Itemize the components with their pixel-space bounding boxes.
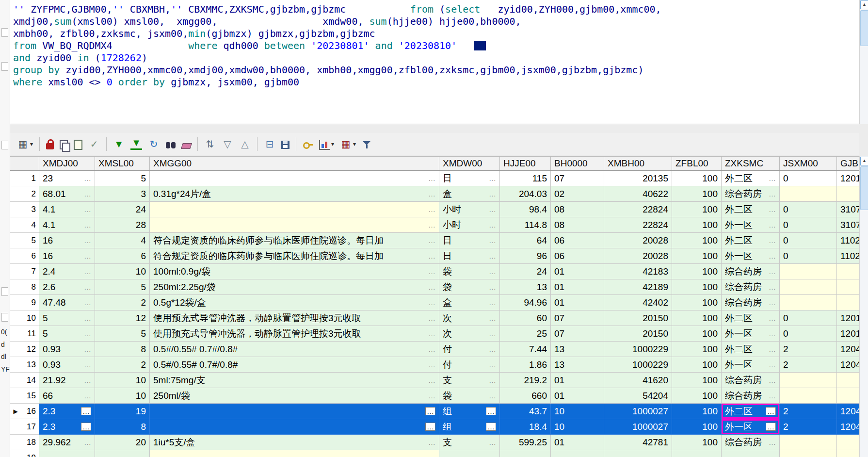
cell-bh0000[interactable]: 01	[551, 435, 604, 450]
row-header[interactable]: 1	[10, 171, 39, 186]
cell-xmdw00[interactable]: 日…	[439, 171, 500, 186]
cell-zfbl00[interactable]: 100	[672, 357, 722, 373]
cell-xmgg00[interactable]: 使用预充式导管冲洗器，动静脉置管护理按3元收取…	[150, 310, 439, 326]
cell-zfbl00[interactable]: 100	[672, 186, 722, 202]
cell-jsxm00[interactable]	[780, 435, 837, 450]
cell-hjje00[interactable]: 24	[500, 264, 551, 279]
cell-bh0000[interactable]: 02	[551, 186, 604, 202]
cell-xmdj00[interactable]: 66…	[39, 388, 95, 404]
cell-editor-button[interactable]: …	[769, 330, 776, 337]
cell-gjbm00[interactable]	[837, 388, 859, 404]
table-row[interactable]: 172.3…8…组…18.4101000027100外一区…21204	[10, 419, 859, 435]
table-row[interactable]: 72.4…10100ml:0.9g/袋…袋…240142183100综合药房…	[10, 264, 859, 279]
cell-xmgg00[interactable]: 5ml:75mg/支…	[150, 373, 439, 388]
cell-bh0000[interactable]: 07	[551, 171, 604, 186]
cell-jsxm00[interactable]: 2	[780, 419, 837, 435]
cell-zfbl00[interactable]: 100	[672, 310, 722, 326]
cell-bh0000[interactable]: 13	[551, 357, 604, 373]
cell-zfbl00[interactable]: 100	[672, 248, 722, 264]
cell-hjje00[interactable]: 1.86	[500, 357, 551, 373]
cell-xmbh00[interactable]: 1000027	[604, 404, 672, 419]
row-header[interactable]: 18	[10, 435, 39, 450]
cell-editor-button[interactable]: …	[769, 268, 776, 275]
cell-zxksmc[interactable]: 综合药房…	[722, 279, 780, 295]
cell-editor-button[interactable]: …	[428, 190, 435, 197]
cell-editor-button[interactable]: …	[769, 283, 776, 291]
cell-editor-button[interactable]: …	[769, 221, 776, 228]
cell-zfbl00[interactable]: 100	[672, 217, 722, 233]
cell-zfbl00[interactable]: 100	[672, 435, 722, 450]
cell-xmbh00[interactable]: 42189	[604, 279, 672, 295]
cell-xmgg00[interactable]: …	[150, 202, 439, 217]
cell-hjje00[interactable]: 18.4	[500, 419, 551, 435]
cell-editor-button[interactable]: …	[84, 439, 91, 446]
cell-editor-button[interactable]: …	[769, 206, 776, 213]
cell-editor-button[interactable]: …	[84, 330, 91, 337]
cell-editor-button[interactable]: …	[428, 314, 435, 322]
column-header-xmdw00[interactable]: XMDW00	[439, 157, 500, 170]
cell-jsxm00[interactable]: 0	[780, 310, 837, 326]
cell-hjje00[interactable]: 660	[500, 388, 551, 404]
cell-editor-button[interactable]: …	[428, 283, 435, 291]
cell-jsxm00[interactable]	[780, 295, 837, 310]
cell-editor-button[interactable]: …	[428, 361, 435, 368]
cell-bh0000[interactable]: 06	[551, 233, 604, 248]
cell-xmdj00[interactable]: 2.3…	[39, 419, 95, 435]
cell-xmdw00[interactable]: 袋…	[439, 264, 500, 279]
cell-xmdw00[interactable]: 组…	[439, 404, 500, 419]
clear-button[interactable]	[179, 136, 193, 152]
cell-xmbh00[interactable]: 40622	[604, 186, 672, 202]
cell-xmdj00[interactable]: 0.93…	[39, 342, 95, 357]
cell-xmdj00[interactable]: 2.3…	[39, 404, 95, 419]
cell-zfbl00[interactable]: 100	[672, 295, 722, 310]
cell-editor-button[interactable]: …	[489, 237, 496, 244]
cell-editor-button[interactable]: …	[425, 423, 435, 431]
cell-editor-button[interactable]: …	[769, 190, 776, 197]
table-row[interactable]: 105…12使用预充式导管冲洗器，动静脉置管护理按3元收取…次…60072015…	[10, 310, 859, 326]
cell-xmgg00[interactable]: 使用预充式导管冲洗器，动静脉置管护理按3元收取…	[150, 326, 439, 342]
cell-hjje00[interactable]: 219.2	[500, 373, 551, 388]
cell-xmdj00[interactable]: …	[39, 450, 95, 457]
table-row[interactable]: 34.1…24…小时…98.40822824100外二区…03107	[10, 202, 859, 217]
cell-editor-button[interactable]: …	[84, 283, 91, 291]
cell-editor-button[interactable]: …	[428, 376, 435, 384]
cell-bh0000[interactable]: 07	[551, 326, 604, 342]
table-row[interactable]: 44.1…28…小时…114.80822824100外一区…03107	[10, 217, 859, 233]
cell-bh0000[interactable]: 01	[551, 295, 604, 310]
cell-editor-button[interactable]: …	[428, 454, 435, 457]
sort-button[interactable]: ⇅	[202, 136, 218, 152]
scrollbar-thumb[interactable]	[860, 10, 868, 46]
cell-hjje00[interactable]: 7.44	[500, 342, 551, 357]
cell-editor-button[interactable]: …	[766, 423, 776, 431]
cell-jsxm00[interactable]: 2	[780, 357, 837, 373]
cell-editor-button[interactable]: …	[489, 314, 496, 322]
sql-editor[interactable]: '' ZYFPMC,GJBM00,'' CBXMBH,'' CBXMMC,ZXK…	[10, 0, 859, 124]
cell-zfbl00[interactable]: 100	[672, 171, 722, 186]
cell-jsxm00[interactable]: 2	[780, 342, 837, 357]
lock-button[interactable]	[44, 136, 56, 152]
cell-xmsl00[interactable]: 8	[95, 342, 150, 357]
cell-editor-button[interactable]: …	[84, 376, 91, 384]
cell-editor-button[interactable]: …	[428, 439, 435, 446]
cell-xmgg00[interactable]: …	[150, 171, 439, 186]
row-header[interactable]: 7	[10, 264, 39, 279]
cell-xmsl00[interactable]: 8	[95, 419, 150, 435]
cell-zxksmc[interactable]: 综合药房…	[722, 186, 780, 202]
cell-zxksmc[interactable]: 外二区…	[722, 404, 780, 419]
row-header[interactable]: 19	[10, 450, 39, 457]
cell-editor-button[interactable]: …	[84, 268, 91, 275]
table-row[interactable]: 1829.962…201iu*5支/盒…支…599.250142781100综合…	[10, 435, 859, 450]
cell-xmdw00[interactable]: 盒…	[439, 186, 500, 202]
cell-jsxm00[interactable]: 0	[780, 171, 837, 186]
cell-zfbl00[interactable]: 100	[672, 373, 722, 388]
cell-xmdj00[interactable]: 21.92…	[39, 373, 95, 388]
cell-jsxm00[interactable]: 0	[780, 233, 837, 248]
column-header-xmbh00[interactable]: XMBH00	[604, 157, 672, 170]
cell-zxksmc[interactable]: 外二区…	[722, 171, 780, 186]
cell-xmsl00[interactable]: 5	[95, 279, 150, 295]
table-row[interactable]: 82.6…5250ml:2.25g/袋…袋…130142189100综合药房…	[10, 279, 859, 295]
filter-button[interactable]	[359, 136, 374, 152]
table-row[interactable]: 130.93…20.5#/0.55# 0.7#/0.8#…付…1.8613100…	[10, 357, 859, 373]
row-header[interactable]: 11	[10, 326, 39, 342]
cell-gjbm00[interactable]	[837, 373, 859, 388]
